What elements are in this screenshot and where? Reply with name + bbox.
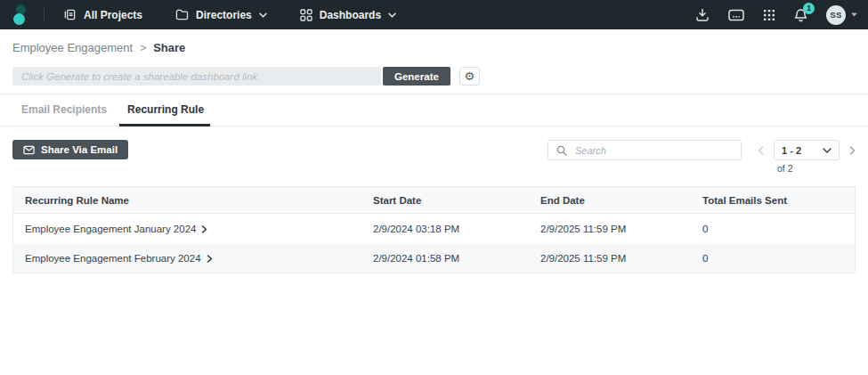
recurring-rules-table: Recurring Rule Name Start Date End Date … bbox=[12, 186, 856, 273]
dashboard-grid-icon bbox=[300, 9, 312, 21]
recurring-rule-toolbar: Share Via Email 1 - 2 bbox=[12, 140, 856, 174]
nav-item-label: Dashboards bbox=[320, 9, 381, 21]
total-emails-cell: 0 bbox=[690, 224, 855, 234]
card-icon[interactable] bbox=[728, 9, 744, 21]
link-settings-button[interactable]: ⚙ bbox=[459, 67, 480, 86]
nav-item-directories[interactable]: Directories bbox=[175, 9, 267, 21]
notification-badge: 1 bbox=[803, 3, 815, 14]
navbar-divider bbox=[44, 8, 45, 22]
user-menu[interactable]: SS bbox=[826, 5, 857, 25]
table-header-row: Recurring Rule Name Start Date End Date … bbox=[13, 187, 855, 214]
breadcrumb-parent[interactable]: Employee Engagement bbox=[12, 41, 133, 54]
chevron-right-icon bbox=[207, 255, 213, 263]
breadcrumb-current: Share bbox=[153, 41, 185, 54]
share-link-row: Generate ⚙ bbox=[12, 67, 856, 86]
tab-email-recipients[interactable]: Email Recipients bbox=[20, 103, 109, 126]
gear-icon: ⚙ bbox=[465, 70, 475, 82]
generate-button[interactable]: Generate bbox=[383, 67, 450, 86]
rule-name: Employee Engagement February 2024 bbox=[25, 253, 201, 264]
avatar: SS bbox=[826, 5, 846, 25]
rule-name-cell: Employee Engagement January 2024 bbox=[13, 224, 361, 234]
folder-icon bbox=[175, 9, 189, 20]
search-input[interactable] bbox=[573, 144, 733, 157]
page-range-select[interactable]: 1 - 2 bbox=[774, 140, 840, 160]
main-content: Employee Engagement > Share Generate ⚙ E… bbox=[0, 41, 868, 273]
total-emails-cell: 0 bbox=[690, 253, 855, 264]
page-previous-button[interactable] bbox=[758, 146, 764, 155]
column-header-total-emails: Total Emails Sent bbox=[690, 195, 855, 206]
breadcrumb: Employee Engagement > Share bbox=[12, 41, 856, 54]
navbar-actions: 1 SS bbox=[695, 5, 857, 25]
chevron-down-icon bbox=[388, 12, 396, 18]
apps-grid-icon[interactable] bbox=[763, 9, 775, 21]
download-icon[interactable] bbox=[695, 8, 710, 21]
start-date-cell: 2/9/2024 03:18 PM bbox=[361, 224, 528, 234]
nav-item-label: All Projects bbox=[84, 9, 142, 21]
chevron-down-icon bbox=[851, 12, 857, 17]
share-tabs: Email Recipients Recurring Rule bbox=[0, 94, 868, 126]
pagination: 1 - 2 of 2 bbox=[758, 140, 856, 174]
projects-icon bbox=[63, 8, 77, 21]
end-date-cell: 2/9/2025 11:59 PM bbox=[528, 224, 690, 234]
page-range-select-wrap: 1 - 2 of 2 bbox=[774, 140, 840, 174]
share-via-email-button[interactable]: Share Via Email bbox=[12, 140, 128, 159]
search-box bbox=[548, 140, 742, 160]
start-date-cell: 2/9/2024 01:58 PM bbox=[361, 253, 528, 264]
rule-name: Employee Engagement January 2024 bbox=[25, 224, 196, 234]
chevron-down-icon bbox=[259, 12, 267, 18]
column-header-end-date: End Date bbox=[528, 195, 690, 206]
page-next-button[interactable] bbox=[849, 146, 856, 155]
table-row[interactable]: Employee Engagement February 2024 2/9/20… bbox=[13, 243, 855, 273]
table-row[interactable]: Employee Engagement January 2024 2/9/202… bbox=[13, 214, 855, 243]
chevron-down-icon bbox=[823, 148, 831, 153]
nav-item-dashboards[interactable]: Dashboards bbox=[300, 9, 396, 21]
share-link-input[interactable] bbox=[12, 67, 381, 86]
toolbar-right: 1 - 2 of 2 bbox=[548, 140, 856, 174]
page-total-label: of 2 bbox=[774, 163, 840, 174]
column-header-start-date: Start Date bbox=[361, 195, 528, 206]
chevron-right-icon bbox=[201, 225, 207, 233]
page-range-value: 1 - 2 bbox=[782, 145, 801, 156]
nav-item-all-projects[interactable]: All Projects bbox=[63, 8, 142, 21]
breadcrumb-separator: > bbox=[140, 42, 146, 54]
tab-recurring-rule[interactable]: Recurring Rule bbox=[126, 103, 206, 126]
search-icon bbox=[556, 145, 567, 156]
logo-dot-teal bbox=[13, 13, 25, 25]
nav-item-label: Directories bbox=[196, 9, 252, 21]
rule-name-cell: Employee Engagement February 2024 bbox=[13, 253, 361, 264]
notifications-bell[interactable]: 1 bbox=[794, 8, 807, 22]
column-header-rule-name: Recurring Rule Name bbox=[13, 195, 361, 206]
envelope-icon bbox=[23, 145, 35, 155]
top-navbar: All Projects Directories Dashboards bbox=[0, 0, 868, 29]
end-date-cell: 2/9/2025 11:59 PM bbox=[528, 253, 690, 264]
brand-logo[interactable] bbox=[12, 3, 28, 27]
share-via-email-label: Share Via Email bbox=[41, 144, 118, 155]
